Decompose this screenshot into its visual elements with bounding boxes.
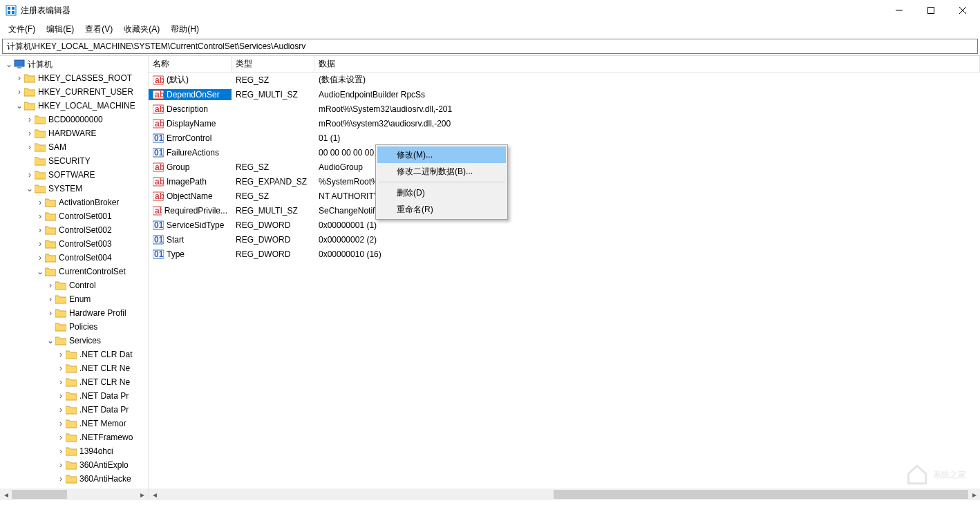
chevron-right-icon[interactable]: ›	[46, 294, 55, 304]
value-name: FailureActions	[149, 147, 232, 158]
value-row[interactable]: FailureActions00 00 00 00 00 00 00 00 03…	[149, 145, 980, 160]
chevron-right-icon[interactable]: ›	[35, 253, 45, 263]
chevron-right-icon[interactable]: ›	[56, 474, 66, 484]
chevron-right-icon[interactable]: ›	[35, 239, 45, 249]
tree-item[interactable]: ›ActivationBroker	[0, 196, 148, 209]
value-row[interactable]: DisplayNamemRoot%\system32\audiosrv.dll,…	[149, 116, 980, 131]
tree-item[interactable]: ›.NET CLR Dat	[0, 348, 148, 361]
chevron-right-icon[interactable]: ›	[56, 446, 66, 456]
scroll-left-icon[interactable]: ◂	[149, 489, 160, 500]
chevron-right-icon[interactable]: ›	[25, 170, 35, 180]
tree-item[interactable]: ›Enum	[0, 292, 148, 306]
menu-2[interactable]: 查看(V)	[79, 22, 118, 37]
tree-item[interactable]: ›ControlSet003	[0, 237, 148, 251]
tree-item[interactable]: ›360AntiHacke	[0, 472, 148, 486]
chevron-right-icon[interactable]: ›	[56, 405, 66, 415]
tree-item[interactable]: ⌄计算机	[0, 57, 148, 71]
tree-item[interactable]: ›.NET Memor	[0, 417, 148, 430]
tree-item[interactable]: ›1394ohci	[0, 444, 148, 458]
close-button[interactable]	[947, 0, 979, 21]
value-row[interactable]: RequiredPrivile...REG_MULTI_SZSeChangeNo…	[149, 203, 980, 218]
list-hscroll[interactable]: ◂ ▸	[149, 489, 980, 500]
chevron-right-icon[interactable]: ›	[46, 281, 55, 290]
scroll-right-icon[interactable]: ▸	[968, 489, 980, 500]
chevron-right-icon[interactable]: ›	[56, 433, 66, 442]
menu-3[interactable]: 收藏夹(A)	[118, 22, 165, 37]
tree-item[interactable]: ⌄HKEY_LOCAL_MACHINE	[0, 99, 148, 113]
value-row[interactable]: ServiceSidTypeREG_DWORD0x00000001 (1)	[149, 218, 980, 232]
tree-item[interactable]: ⌄CurrentControlSet	[0, 265, 148, 278]
tree-item[interactable]: ›360AntiExplo	[0, 458, 148, 472]
chevron-right-icon[interactable]: ›	[46, 308, 55, 318]
chevron-right-icon[interactable]: ›	[35, 211, 45, 221]
chevron-right-icon[interactable]: ›	[56, 377, 66, 387]
tree-item[interactable]: ›.NETFramewo	[0, 430, 148, 444]
chevron-down-icon[interactable]: ⌄	[25, 184, 35, 193]
tree-item[interactable]: ›.NET Data Pr	[0, 403, 148, 417]
scroll-right-icon[interactable]: ▸	[136, 489, 148, 500]
menu-1[interactable]: 编辑(E)	[41, 22, 79, 37]
context-menu-item[interactable]: 重命名(R)	[377, 201, 506, 218]
chevron-down-icon[interactable]: ⌄	[4, 59, 14, 69]
chevron-right-icon[interactable]: ›	[25, 142, 35, 152]
value-row[interactable]: StartREG_DWORD0x00000002 (2)	[149, 232, 980, 247]
chevron-right-icon[interactable]: ›	[56, 419, 66, 428]
tree-item[interactable]: ›Control	[0, 278, 148, 292]
tree-item[interactable]: SECURITY	[0, 154, 148, 168]
chevron-right-icon[interactable]: ›	[15, 73, 24, 83]
chevron-right-icon[interactable]: ›	[25, 129, 35, 138]
value-row[interactable]: (默认)REG_SZ(数值未设置)	[149, 73, 980, 87]
value-row[interactable]: ImagePathREG_EXPAND_SZ%SystemRoot%\Syste…	[149, 174, 980, 189]
tree-item[interactable]: ›HKEY_CLASSES_ROOT	[0, 71, 148, 85]
value-row[interactable]: GroupREG_SZAudioGroup	[149, 160, 980, 174]
tree-item[interactable]: ›.NET CLR Ne	[0, 375, 148, 389]
chevron-right-icon[interactable]: ›	[15, 87, 24, 97]
value-row[interactable]: ErrorControl01 (1)	[149, 131, 980, 145]
tree-item[interactable]: ›ControlSet004	[0, 251, 148, 265]
chevron-down-icon[interactable]: ⌄	[35, 267, 45, 276]
value-row[interactable]: DependOnSerREG_MULTI_SZAudioEndpointBuil…	[149, 87, 980, 102]
maximize-button[interactable]	[915, 0, 947, 21]
list-panel[interactable]: 名称 类型 数据 (默认)REG_SZ(数值未设置)DependOnSerREG…	[149, 56, 980, 500]
chevron-right-icon[interactable]: ›	[56, 460, 66, 470]
tree-item[interactable]: Policies	[0, 320, 148, 334]
chevron-right-icon[interactable]: ›	[25, 115, 35, 124]
tree-item[interactable]: ›ControlSet002	[0, 223, 148, 237]
chevron-right-icon[interactable]: ›	[56, 350, 66, 359]
chevron-down-icon[interactable]: ⌄	[46, 336, 55, 345]
col-name[interactable]: 名称	[149, 56, 232, 72]
address-bar[interactable]: 计算机\HKEY_LOCAL_MACHINE\SYSTEM\CurrentCon…	[2, 39, 978, 54]
context-menu-item[interactable]: 修改二进制数据(B)...	[377, 163, 506, 180]
scroll-left-icon[interactable]: ◂	[0, 489, 12, 500]
chevron-right-icon[interactable]: ›	[56, 363, 66, 373]
value-row[interactable]: ObjectNameREG_SZNT AUTHORITY\LocalServic…	[149, 189, 980, 203]
scroll-thumb[interactable]	[554, 490, 968, 499]
value-row[interactable]: DescriptionmRoot%\System32\audiosrv.dll,…	[149, 102, 980, 116]
scroll-thumb[interactable]	[12, 490, 67, 499]
tree-hscroll[interactable]: ◂ ▸	[0, 489, 148, 500]
tree-item[interactable]: ›SOFTWARE	[0, 168, 148, 182]
col-type[interactable]: 类型	[232, 56, 314, 72]
chevron-right-icon[interactable]: ›	[35, 225, 45, 235]
tree-item[interactable]: ›ControlSet001	[0, 209, 148, 223]
tree-item[interactable]: ⌄SYSTEM	[0, 182, 148, 196]
tree-item[interactable]: ›HKEY_CURRENT_USER	[0, 85, 148, 99]
chevron-right-icon[interactable]: ›	[56, 391, 66, 401]
tree-item[interactable]: ›.NET Data Pr	[0, 389, 148, 403]
minimize-button[interactable]	[883, 0, 915, 21]
tree-item[interactable]: ⌄Services	[0, 334, 148, 348]
context-menu-item[interactable]: 修改(M)...	[377, 146, 506, 163]
menu-4[interactable]: 帮助(H)	[165, 22, 205, 37]
menu-0[interactable]: 文件(F)	[3, 22, 41, 37]
tree-item[interactable]: ›Hardware Profil	[0, 306, 148, 320]
chevron-down-icon[interactable]: ⌄	[15, 101, 24, 111]
tree-item[interactable]: ›SAM	[0, 140, 148, 154]
tree-item[interactable]: ›HARDWARE	[0, 126, 148, 140]
tree-item[interactable]: ›BCD00000000	[0, 113, 148, 126]
value-row[interactable]: TypeREG_DWORD0x00000010 (16)	[149, 247, 980, 261]
tree-item[interactable]: ›.NET CLR Ne	[0, 361, 148, 375]
tree-panel[interactable]: ⌄计算机›HKEY_CLASSES_ROOT›HKEY_CURRENT_USER…	[0, 56, 149, 500]
col-data[interactable]: 数据	[314, 56, 980, 72]
chevron-right-icon[interactable]: ›	[35, 198, 45, 207]
context-menu-item[interactable]: 删除(D)	[377, 184, 506, 201]
